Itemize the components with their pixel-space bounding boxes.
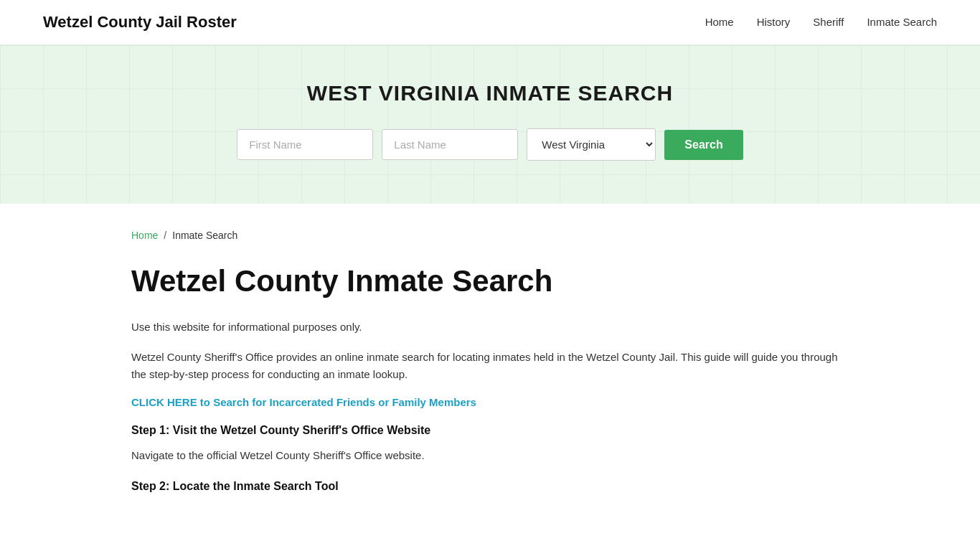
breadcrumb-separator: / — [164, 230, 166, 241]
click-here-link[interactable]: CLICK HERE to Search for Incarcerated Fr… — [131, 396, 849, 408]
breadcrumb-home[interactable]: Home — [131, 230, 158, 241]
breadcrumb-current: Inmate Search — [172, 230, 237, 241]
main-content: Home / Inmate Search Wetzel County Inmat… — [88, 204, 892, 546]
hero-title: WEST VIRGINIA INMATE SEARCH — [14, 81, 966, 105]
step1-heading: Step 1: Visit the Wetzel County Sheriff'… — [131, 424, 849, 437]
nav-inmate-search[interactable]: Inmate Search — [867, 16, 937, 28]
first-name-input[interactable] — [237, 129, 373, 160]
breadcrumb: Home / Inmate Search — [131, 230, 849, 241]
intro-paragraph-1: Use this website for informational purpo… — [131, 319, 849, 336]
step1-body: Navigate to the official Wetzel County S… — [131, 447, 849, 464]
site-header: Wetzel County Jail Roster Home History S… — [0, 0, 980, 45]
site-logo[interactable]: Wetzel County Jail Roster — [43, 13, 237, 32]
last-name-input[interactable] — [382, 129, 518, 160]
nav-sheriff[interactable]: Sheriff — [813, 16, 844, 28]
page-title: Wetzel County Inmate Search — [131, 264, 849, 298]
state-select[interactable]: West Virginia Alabama Alaska Arizona Ark… — [527, 128, 656, 161]
search-button[interactable]: Search — [664, 130, 743, 160]
nav-history[interactable]: History — [757, 16, 791, 28]
step2-heading: Step 2: Locate the Inmate Search Tool — [131, 480, 849, 493]
hero-banner: WEST VIRGINIA INMATE SEARCH West Virgini… — [0, 45, 980, 204]
intro-paragraph-2: Wetzel County Sheriff's Office provides … — [131, 349, 849, 383]
search-form: West Virginia Alabama Alaska Arizona Ark… — [14, 128, 966, 161]
main-nav: Home History Sheriff Inmate Search — [705, 16, 937, 29]
nav-home[interactable]: Home — [705, 16, 734, 28]
